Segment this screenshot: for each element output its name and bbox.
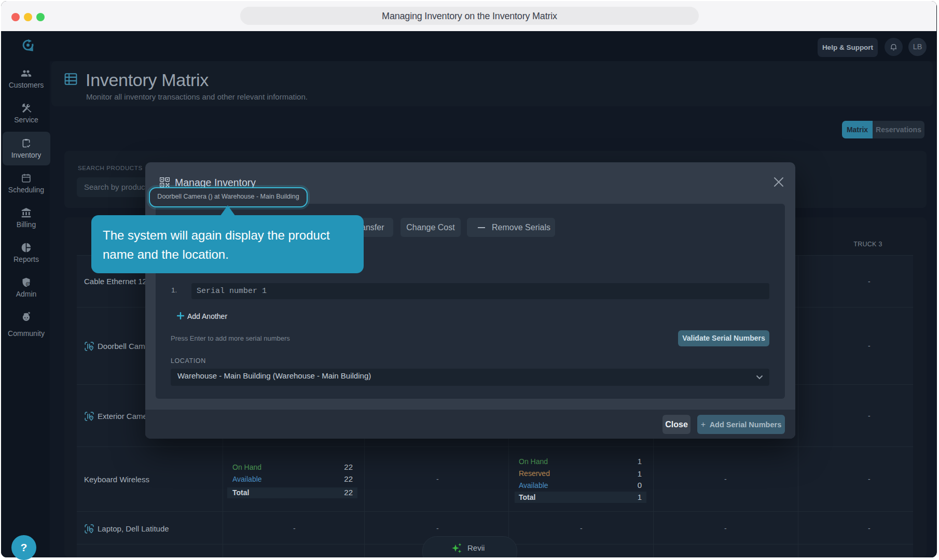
svg-text:e: e	[27, 282, 29, 286]
